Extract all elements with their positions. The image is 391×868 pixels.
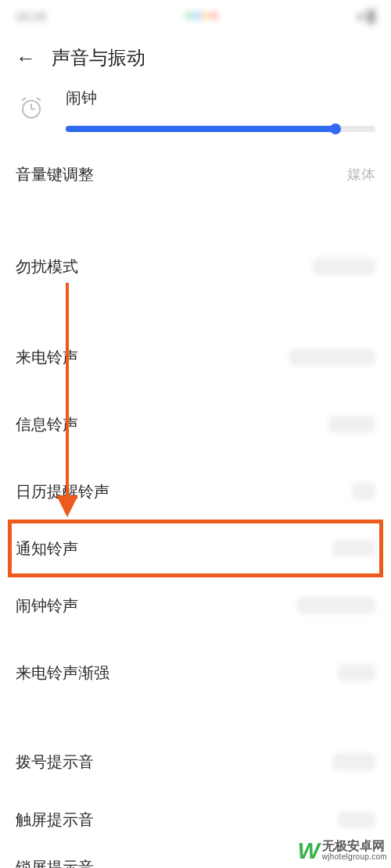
row-label: 触屏提示音 [16,809,94,830]
row-alarm-tone[interactable]: 闹钟铃声 [0,585,391,626]
row-label: 日历提醒铃声 [16,481,109,502]
page-title: 声音与振动 [52,45,145,70]
alarm-volume-section: 闹钟 [0,88,391,152]
row-dial-tone[interactable]: 拨号提示音 [0,741,391,782]
row-ringtone[interactable]: 来电铃声 [0,337,391,377]
row-label: 音量键调整 [16,164,94,185]
slider-fill [66,126,335,132]
row-value-blur [338,811,375,828]
row-value-blur [338,664,375,681]
row-label: 勿扰模式 [16,256,78,277]
status-bar: 10:19 ■ █ [0,0,391,31]
row-value-blur [332,540,375,557]
row-label: 锁屏提示音 [16,859,94,868]
row-value-blur [328,416,375,433]
row-ring-fadein[interactable]: 来电铃声渐强 [0,652,391,693]
row-label: 通知铃声 [16,538,78,559]
row-volume-key[interactable]: 音量键调整 媒体 [0,152,391,196]
row-label: 闹钟铃声 [16,595,78,616]
row-notification[interactable]: 通知铃声 [0,526,391,571]
app-header: ← 声音与振动 [0,31,391,88]
row-value-blur [352,483,375,500]
row-value-blur [313,258,375,275]
alarm-volume-label: 闹钟 [66,88,375,109]
row-label: 来电铃声 [16,347,78,368]
row-sms[interactable]: 信息铃声 [0,404,391,445]
row-label: 信息铃声 [16,414,78,435]
row-value-blur [297,597,375,614]
row-dnd[interactable]: 勿扰模式 [0,245,391,288]
watermark-domain: wjhotelgroup.com [322,853,387,862]
row-touch-tone[interactable]: 触屏提示音 [0,799,391,840]
svg-line-3 [22,98,26,100]
row-value-blur [332,753,375,770]
clock-icon [16,92,47,123]
watermark: W 无极安卓网 wjhotelgroup.com [297,838,387,864]
alarm-volume-slider[interactable] [66,126,375,132]
watermark-logo-icon: W [297,838,317,864]
row-label: 来电铃声渐强 [16,663,109,684]
row-calendar[interactable]: 日历提醒铃声 [0,471,391,512]
row-value-blur [289,348,375,366]
row-value: 媒体 [347,165,375,184]
watermark-brand: 无极安卓网 [322,840,387,853]
back-icon[interactable]: ← [16,48,36,68]
row-label: 拨号提示音 [16,752,94,773]
svg-line-4 [37,98,41,100]
